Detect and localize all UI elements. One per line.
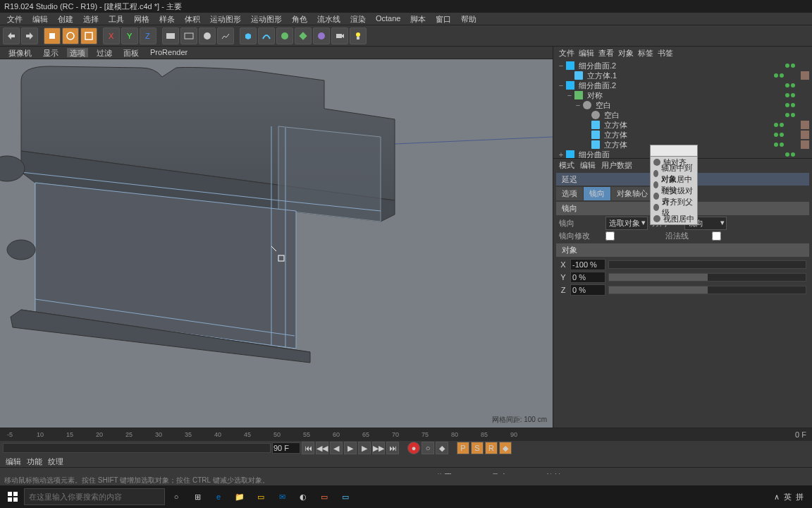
obj-menu-bookmarks[interactable]: 书签 [658, 48, 673, 58]
visibility-dot[interactable] [774, 123, 778, 127]
render-dot[interactable] [791, 152, 795, 157]
coord-tab-func[interactable]: 功能 [27, 456, 42, 467]
app-icon-4[interactable]: ▭ [314, 487, 334, 507]
obj-menu-file[interactable]: 文件 [559, 48, 574, 58]
menu-tools[interactable]: 工具 [104, 14, 128, 23]
visibility-dot[interactable] [774, 133, 778, 137]
mirror-mode-dropdown[interactable]: 选取对象 [605, 217, 648, 230]
view-tab-prorender[interactable]: ProRender [147, 48, 190, 57]
texture-tag-icon[interactable] [801, 131, 809, 139]
coord-tab-texture[interactable]: 纹理 [48, 456, 63, 467]
goto-end-button[interactable]: ⏭ [386, 442, 399, 454]
menu-help[interactable]: 帮助 [457, 14, 481, 23]
menu-octane[interactable]: Octane [371, 14, 405, 23]
menu-mograph[interactable]: 运动图形 [206, 14, 245, 23]
attr-tab-mirror[interactable]: 镜向 [584, 187, 610, 200]
tree-row[interactable]: 立方体 [556, 120, 809, 130]
z-axis-button[interactable]: Z [140, 28, 156, 44]
c4d-icon[interactable]: ▭ [336, 487, 355, 507]
scale-button[interactable] [80, 28, 97, 44]
slider-track-Z[interactable] [608, 286, 806, 294]
visibility-dot[interactable] [774, 73, 778, 78]
slider-track-Y[interactable] [608, 273, 806, 282]
render-dot[interactable] [791, 64, 795, 68]
slider-input-Y[interactable] [570, 272, 605, 283]
ctx-center-in-view[interactable]: 视图居中 [651, 213, 697, 224]
scale-key-button[interactable]: S [471, 442, 484, 454]
prev-key-button[interactable]: ◀◀ [316, 442, 328, 454]
object-tree[interactable]: − 细分曲面.2 立方体.1 − 细分曲面.2 − 对称 − 空白 空白 立方体 [553, 59, 812, 158]
cube-button[interactable] [240, 28, 257, 44]
render-dot[interactable] [791, 93, 795, 97]
app-icon-3[interactable]: ◐ [293, 487, 313, 507]
undo-button[interactable] [3, 28, 20, 44]
menu-create[interactable]: 创建 [54, 14, 78, 23]
menu-window[interactable]: 窗口 [431, 14, 455, 23]
menu-script[interactable]: 脚本 [406, 14, 430, 23]
menu-render[interactable]: 渲染 [346, 14, 370, 23]
camera-button[interactable] [331, 28, 348, 44]
tree-row[interactable]: − 对称 [556, 90, 809, 100]
slider-input-Z[interactable] [570, 284, 605, 296]
redo-button[interactable] [21, 28, 38, 44]
attr-menu-edit[interactable]: 编辑 [580, 160, 596, 170]
menu-mograph2[interactable]: 运动图形 [247, 14, 286, 23]
y-axis-button[interactable]: Y [121, 28, 138, 44]
menu-character[interactable]: 角色 [288, 14, 312, 23]
attr-menu-mode[interactable]: 模式 [559, 160, 574, 170]
light-button[interactable] [350, 28, 367, 44]
autokey-button[interactable]: ○ [422, 442, 434, 454]
pos-key-button[interactable]: P [457, 442, 469, 454]
render-dot[interactable] [791, 103, 795, 107]
prev-frame-button[interactable]: ◀ [330, 442, 343, 454]
menu-select[interactable]: 选择 [79, 14, 103, 23]
ime-mode-icon[interactable]: 拼 [796, 492, 804, 502]
menu-edit[interactable]: 编辑 [28, 14, 52, 23]
obj-menu-view[interactable]: 查看 [598, 48, 614, 58]
app-icon-1[interactable]: ▭ [251, 487, 271, 507]
generator-button[interactable] [276, 28, 293, 44]
render-region-button[interactable] [180, 28, 197, 44]
next-key-button[interactable]: ▶▶ [372, 442, 385, 454]
spline-button[interactable] [258, 28, 275, 44]
view-tab-camera[interactable]: 摄像机 [6, 48, 35, 57]
texture-tag-icon[interactable] [801, 140, 809, 149]
tree-row[interactable]: 立方体.1 [556, 71, 809, 80]
render-dot[interactable] [780, 133, 784, 137]
visibility-dot[interactable] [785, 93, 789, 97]
record-button[interactable]: ● [407, 442, 420, 454]
slider-track-X[interactable] [608, 260, 806, 269]
param-key-button[interactable]: ◆ [499, 442, 512, 454]
visibility-dot[interactable] [785, 83, 789, 87]
along-normal-checkbox[interactable] [712, 231, 721, 241]
menu-volume[interactable]: 体积 [180, 14, 204, 23]
live-select-button[interactable] [44, 28, 61, 44]
obj-menu-edit[interactable]: 编辑 [579, 48, 594, 58]
search-input[interactable] [24, 488, 165, 505]
visibility-dot[interactable] [785, 103, 789, 107]
ime-lang-icon[interactable]: 英 [784, 492, 792, 502]
view-tab-options[interactable]: 选项 [67, 48, 88, 57]
tree-row[interactable]: − 空白 [556, 100, 809, 110]
render-settings-button[interactable] [199, 28, 216, 44]
tree-expand-icon[interactable]: − [574, 101, 582, 109]
obj-menu-object[interactable]: 对象 [618, 48, 634, 58]
time-scrubber[interactable] [3, 443, 271, 453]
environment-button[interactable] [313, 28, 330, 44]
render-view-button[interactable] [162, 28, 179, 44]
move-button[interactable] [62, 28, 79, 44]
cortana-icon[interactable]: ○ [166, 487, 186, 507]
attr-tab-axis[interactable]: 对象轴心 [611, 187, 653, 200]
time-ruler[interactable]: 0 F -51015202530354045505560657075808590 [0, 428, 812, 441]
menu-spline[interactable]: 样条 [155, 14, 179, 23]
taskview-icon[interactable]: ⊞ [187, 487, 207, 507]
menu-mesh[interactable]: 网格 [130, 14, 154, 23]
render-dot[interactable] [791, 83, 795, 87]
tree-row[interactable]: − 细分曲面.2 [556, 80, 809, 90]
viewport[interactable]: 网格间距: 100 cm [0, 59, 553, 428]
menu-pipeline[interactable]: 流水线 [313, 14, 345, 23]
tree-expand-icon[interactable]: − [558, 61, 565, 70]
play-button[interactable]: ▶ [344, 442, 357, 454]
visibility-dot[interactable] [785, 113, 789, 117]
deformer-button[interactable] [295, 28, 312, 44]
